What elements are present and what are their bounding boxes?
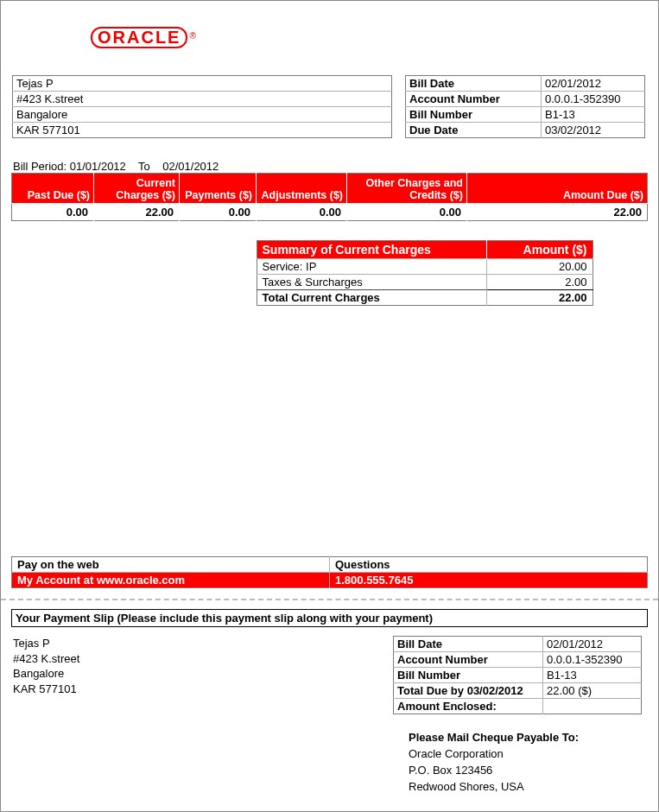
slip-total-due-value: 22.00 ($) <box>543 683 642 699</box>
registered-icon: ® <box>189 31 195 41</box>
col-past-due: Past Due ($) <box>12 174 94 204</box>
summary-row-amount: 20.00 <box>486 259 592 275</box>
customer-name: Tejas P <box>13 76 392 92</box>
slip-bill-number-label: Bill Number <box>394 668 543 683</box>
tear-line-icon <box>1 599 658 600</box>
slip-customer-city: Bangalore <box>13 666 393 682</box>
slip-total-due-label: Total Due by 03/02/2012 <box>394 683 543 699</box>
charges-table: Past Due ($) Current Charges ($) Payment… <box>11 173 648 221</box>
spacer <box>11 306 648 556</box>
val-current: 22.00 <box>94 204 180 221</box>
account-number-label: Account Number <box>406 92 542 107</box>
bill-period-from: 01/01/2012 <box>70 160 126 173</box>
summary-row-label: Service: IP <box>257 259 486 275</box>
mailto-line2: P.O. Box 123456 <box>409 763 648 779</box>
summary-table: Summary of Current Charges Amount ($) Se… <box>257 240 593 306</box>
val-amount-due: 22.00 <box>467 204 648 221</box>
summary-row: Service: IP 20.00 <box>257 259 592 275</box>
summary-total-label: Total Current Charges <box>257 290 486 306</box>
questions-phone: 1.800.555.7645 <box>330 573 648 588</box>
pay-web-value: My Account at www.oracle.com <box>12 573 330 588</box>
mailto-block: Please Mail Cheque Payable To: Oracle Co… <box>11 730 648 795</box>
customer-address-box: Tejas P #423 K.street Bangalore KAR 5771… <box>12 75 392 138</box>
invoice-page: ORACLE ® Tejas P #423 K.street Bangalore… <box>0 0 659 812</box>
summary-total-amount: 22.00 <box>486 290 592 306</box>
slip-enclosed-value <box>543 699 642 714</box>
mailto-line1: Oracle Corporation <box>409 746 648 763</box>
bill-period-prefix: Bill Period: <box>13 160 67 173</box>
col-amount-due: Amount Due ($) <box>467 174 648 204</box>
bill-date-label: Bill Date <box>406 76 542 92</box>
summary-amount-header: Amount ($) <box>486 241 592 259</box>
bill-number-label: Bill Number <box>406 107 542 123</box>
customer-street: #423 K.street <box>13 92 392 107</box>
mailto-header: Please Mail Cheque Payable To: <box>409 730 648 746</box>
summary-row-amount: 2.00 <box>486 275 592 290</box>
contact-table: Pay on the web Questions My Account at w… <box>11 556 648 588</box>
slip-address: Tejas P #423 K.street Bangalore KAR 5771… <box>11 636 393 714</box>
logo-row: ORACLE ® <box>11 10 648 74</box>
slip-customer-region: KAR 577101 <box>13 682 393 697</box>
col-current: Current Charges ($) <box>94 174 180 204</box>
slip-bill-date-value: 02/01/2012 <box>543 637 642 652</box>
summary-total-row: Total Current Charges 22.00 <box>257 290 592 306</box>
oracle-logo-text: ORACLE <box>91 27 187 48</box>
customer-city: Bangalore <box>13 107 392 123</box>
due-date-label: Due Date <box>406 123 542 138</box>
bill-period: Bill Period: 01/01/2012 To 02/01/2012 <box>11 160 648 173</box>
mailto-line3: Redwood Shores, USA <box>409 779 648 796</box>
slip-row: Tejas P #423 K.street Bangalore KAR 5771… <box>11 636 648 714</box>
val-payments: 0.00 <box>180 204 257 221</box>
bill-number-value: B1-13 <box>542 107 645 123</box>
slip-bill-number-value: B1-13 <box>543 668 642 683</box>
bill-period-to: 02/01/2012 <box>162 160 219 173</box>
payment-slip-title: Your Payment Slip (Please include this p… <box>11 609 648 627</box>
questions-label: Questions <box>330 557 648 573</box>
oracle-logo-icon: ORACLE ® <box>91 27 194 48</box>
due-date-value: 03/02/2012 <box>542 123 645 138</box>
slip-bill-date-label: Bill Date <box>394 637 543 652</box>
account-number-value: 0.0.0.1-352390 <box>542 92 645 107</box>
customer-region: KAR 577101 <box>13 123 392 138</box>
col-payments: Payments ($) <box>180 174 257 204</box>
slip-customer-street: #423 K.street <box>13 651 393 667</box>
val-past-due: 0.00 <box>12 204 94 221</box>
bill-date-value: 02/01/2012 <box>542 76 645 92</box>
val-adjustments: 0.00 <box>257 204 347 221</box>
col-adjustments: Adjustments ($) <box>257 174 347 204</box>
summary-row: Taxes & Surcharges 2.00 <box>257 275 592 290</box>
bill-meta-box: Bill Date 02/01/2012 Account Number 0.0.… <box>405 75 645 138</box>
summary-title: Summary of Current Charges <box>257 241 486 259</box>
slip-account-number-value: 0.0.0.1-352390 <box>543 652 642 668</box>
slip-meta-box: Bill Date 02/01/2012 Account Number 0.0.… <box>393 636 642 714</box>
col-other: Other Charges and Credits ($) <box>347 174 467 204</box>
bill-period-to-label: To <box>138 160 150 173</box>
slip-enclosed-label: Amount Enclosed: <box>394 699 543 714</box>
val-other: 0.00 <box>347 204 467 221</box>
header-tables: Tejas P #423 K.street Bangalore KAR 5771… <box>11 74 648 139</box>
slip-account-number-label: Account Number <box>394 652 543 668</box>
summary-row-label: Taxes & Surcharges <box>257 275 486 290</box>
slip-customer-name: Tejas P <box>13 636 393 651</box>
pay-web-label: Pay on the web <box>12 557 330 573</box>
